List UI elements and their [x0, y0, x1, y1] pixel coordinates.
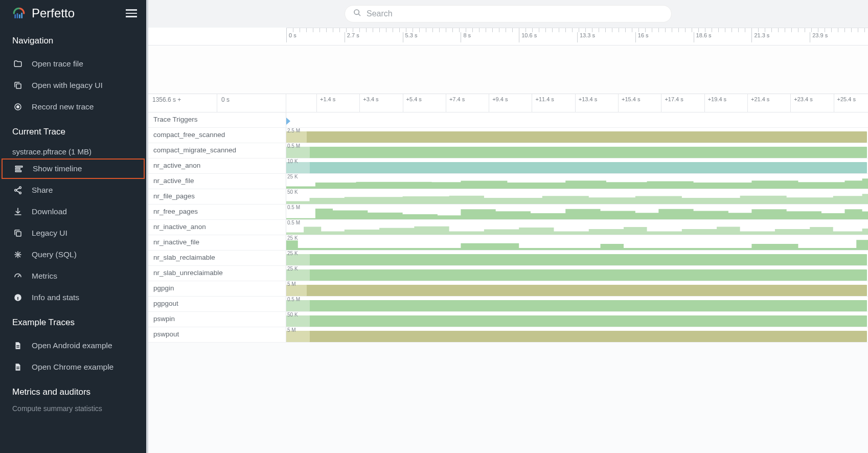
ruler-tick: 10.6 s	[519, 32, 537, 42]
nav-item-record-new-trace[interactable]: Record new trace	[0, 96, 146, 118]
track-row: pgpgin5 M	[148, 281, 868, 297]
svg-rect-16	[16, 232, 21, 236]
perfetto-logo-icon	[12, 7, 26, 20]
time-offset: +25.4 s	[834, 94, 859, 112]
share-icon	[12, 185, 24, 196]
nav-label: Open Android example	[32, 341, 112, 350]
track-row: compact_free_scanned2.5 M	[148, 128, 868, 143]
track-name[interactable]: pgpgin	[148, 281, 286, 296]
svg-point-21	[17, 296, 18, 297]
download-icon	[12, 206, 24, 217]
track-row: nr_free_pages0.5 M	[148, 205, 868, 220]
track-lane[interactable]: 25 K	[286, 235, 868, 250]
track-lane[interactable]: 0.5 M	[286, 205, 868, 219]
search-box[interactable]	[345, 5, 672, 22]
ruler-tick: 2.7 s	[345, 32, 359, 42]
track-lane[interactable]: 0.5 M	[286, 143, 868, 158]
nav-item-download[interactable]: Download	[0, 201, 146, 222]
track-lane[interactable]	[286, 112, 868, 127]
nav-label: Open Chrome example	[32, 363, 113, 372]
time-offset: +23.4 s	[790, 94, 815, 112]
ruler-tick: 0 s	[286, 32, 296, 42]
file-icon	[12, 361, 24, 373]
nav-label: Open with legacy UI	[32, 81, 103, 90]
track-lane[interactable]: 5 M	[286, 281, 868, 296]
nav-item-share[interactable]: Share	[0, 179, 146, 201]
track-scale: 10 K	[287, 159, 298, 164]
time-offset: +5.4 s	[403, 94, 425, 112]
nav-label: Share	[32, 186, 53, 195]
track-name[interactable]: nr_slab_unreclaimable	[148, 266, 286, 281]
track-row: nr_active_anon10 K	[148, 158, 868, 174]
nav-label: Legacy UI	[32, 229, 67, 238]
track-scale: 25 K	[287, 251, 298, 256]
nav-item-query-sql-[interactable]: Query (SQL)	[0, 244, 146, 265]
track-lane[interactable]: 50 K	[286, 189, 868, 204]
time-offset: +15.4 s	[618, 94, 643, 112]
track-lane[interactable]: 5 M	[286, 327, 868, 342]
track-name[interactable]: nr_active_anon	[148, 158, 286, 173]
track-scale: 25 K	[287, 174, 298, 179]
overview-band[interactable]	[148, 46, 868, 94]
nav-item-open-android-example[interactable]: Open Android example	[0, 335, 146, 356]
track-scale: 50 K	[287, 190, 298, 195]
menu-icon[interactable]	[126, 9, 137, 17]
time-base: 1356.6 s +	[148, 94, 217, 112]
section-title: Example Traces	[0, 308, 146, 335]
track-name[interactable]: pswpout	[148, 327, 286, 342]
track-name[interactable]: Trace Triggers	[148, 112, 286, 127]
track-lane[interactable]: 10 K	[286, 158, 868, 173]
nav-label: Query (SQL)	[32, 250, 77, 259]
track-lane[interactable]: 25 K	[286, 174, 868, 189]
track-row: nr_inactive_file25 K	[148, 235, 868, 251]
nav-label: Metrics	[32, 271, 57, 281]
track-lane[interactable]: 25 K	[286, 251, 868, 265]
track-row: pgpgout0.5 M	[148, 297, 868, 312]
track-name[interactable]: compact_free_scanned	[148, 128, 286, 143]
track-scale: 0.5 M	[287, 144, 300, 149]
track-name[interactable]: nr_inactive_file	[148, 235, 286, 250]
track-name[interactable]: nr_file_pages	[148, 189, 286, 204]
track-scale: 0.5 M	[287, 297, 300, 302]
time-offsets: +1.4 s+3.4 s+5.4 s+7.4 s+9.4 s+11.4 s+13…	[286, 94, 868, 112]
nav-label: Open trace file	[32, 59, 83, 69]
track-lane[interactable]: 2.5 M	[286, 128, 868, 143]
topbar	[148, 0, 868, 28]
track-name[interactable]: pgpgout	[148, 297, 286, 311]
nav-label: Show timeline	[33, 164, 82, 173]
track-lane[interactable]: 25 K	[286, 266, 868, 281]
time-ruler[interactable]: 0 s2.7 s5.3 s8 s10.6 s13.3 s16 s18.6 s21…	[148, 28, 868, 46]
track-name[interactable]: nr_free_pages	[148, 205, 286, 219]
nav-item-open-with-legacy-ui[interactable]: Open with legacy UI	[0, 75, 146, 96]
svg-rect-3	[21, 13, 22, 18]
nav-label: Info and stats	[32, 293, 79, 302]
brand: Perfetto	[12, 6, 75, 20]
track-scale: 0.5 M	[287, 205, 300, 210]
nav-item-metrics[interactable]: Metrics	[0, 265, 146, 287]
track-lane[interactable]: 0.5 M	[286, 297, 868, 311]
track-lane[interactable]: 0.5 M	[286, 220, 868, 235]
track-name[interactable]: compact_migrate_scanned	[148, 143, 286, 158]
nav-item-legacy-ui[interactable]: Legacy UI	[0, 222, 146, 244]
nav-item-show-timeline[interactable]: Show timeline	[1, 158, 145, 179]
time-offset: +1.4 s	[316, 94, 338, 112]
time-offset: +7.4 s	[446, 94, 468, 112]
nav-item-open-chrome-example[interactable]: Open Chrome example	[0, 356, 146, 378]
time-offset: +21.4 s	[747, 94, 772, 112]
time-offset: +9.4 s	[489, 94, 511, 112]
ruler-tick: 21.3 s	[751, 32, 769, 42]
ruler-tick: 8 s	[461, 32, 471, 42]
nav-item-info-and-stats[interactable]: Info and stats	[0, 287, 146, 308]
track-name[interactable]: pswpin	[148, 312, 286, 327]
track-name[interactable]: nr_active_file	[148, 174, 286, 189]
sidebar: Perfetto NavigationOpen trace fileOpen w…	[0, 0, 148, 453]
track-scale: 50 K	[287, 312, 298, 318]
track-name[interactable]: nr_inactive_anon	[148, 220, 286, 235]
sidebar-header: Perfetto	[0, 0, 146, 27]
track-lane[interactable]: 50 K	[286, 312, 868, 327]
track-name[interactable]: nr_slab_reclaimable	[148, 251, 286, 265]
nav-item-open-trace-file[interactable]: Open trace file	[0, 53, 146, 75]
track-row: pswpout5 M	[148, 327, 868, 343]
search-input[interactable]	[367, 9, 663, 18]
svg-line-23	[358, 14, 360, 16]
